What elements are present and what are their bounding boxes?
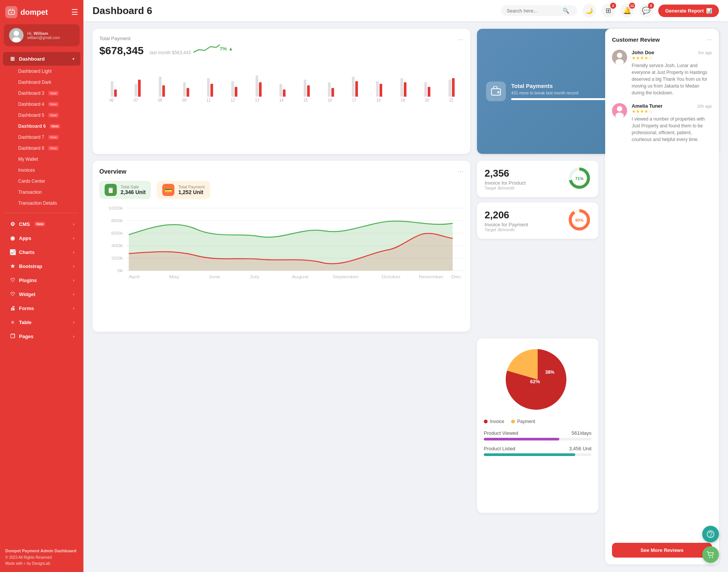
sidebar-item-dashboard-7[interactable]: Dashboard 7New xyxy=(3,132,80,143)
svg-text:May: May xyxy=(169,275,180,279)
topbar: Dashboard 6 🔍 🌙 ⊞ 2 🔔 12 💬 5 Generate Re… xyxy=(83,0,728,21)
sidebar-item-forms[interactable]: 🖨 Forms › xyxy=(3,301,80,315)
search-box[interactable]: 🔍 xyxy=(501,5,577,16)
total-payment-overview-value: 1,252 Unit xyxy=(178,189,205,195)
svg-text:90%: 90% xyxy=(575,218,584,223)
overview-title: Overview xyxy=(99,168,126,175)
red-bar xyxy=(428,87,430,97)
cms-icon: ⚙ xyxy=(9,221,16,227)
sidebar-item-dashboard-4[interactable]: Dashboard 4New xyxy=(3,99,80,110)
review-more-options[interactable]: ··· xyxy=(706,36,712,44)
trend-sparkline xyxy=(193,43,220,54)
search-input[interactable] xyxy=(507,8,560,14)
sidebar-item-transaction-details[interactable]: Transaction Details xyxy=(3,198,80,208)
customer-review-card: Customer Review ··· John Doe 5m ago ★★★★… xyxy=(605,29,719,564)
pie-chart-wrap: 62% 38% xyxy=(484,345,592,414)
bell-badge: 12 xyxy=(629,3,635,9)
sidebar-item-dashboard-3[interactable]: Dashboard 3New xyxy=(3,88,80,99)
bar-group xyxy=(352,77,358,97)
more-options-icon[interactable]: ··· xyxy=(458,36,463,44)
sidebar-item-cms[interactable]: ⚙ CMS New › xyxy=(3,217,80,231)
sidebar-item-widget[interactable]: ♡ Widget › xyxy=(3,287,80,301)
sidebar-item-pages[interactable]: ❐ Pages › xyxy=(3,329,80,343)
red-bar xyxy=(138,80,141,97)
sidebar-item-cards-center[interactable]: Cards Center xyxy=(3,176,80,186)
cart-float-button[interactable] xyxy=(702,546,719,563)
svg-text:June: June xyxy=(209,275,220,279)
sidebar-item-dashboard-6[interactable]: Dashboard 6New xyxy=(3,121,80,132)
bell-icon-btn[interactable]: 🔔 12 xyxy=(620,4,634,17)
invoice-payment-label: Invoice for Payment xyxy=(485,222,528,227)
area-chart: 1000k 800k 600k 400k 200k 0k April May J… xyxy=(99,204,463,280)
dashboard-label: Dashboard xyxy=(19,56,45,62)
bar-group xyxy=(231,81,237,97)
bar-label: 06 xyxy=(99,98,124,102)
see-more-reviews-button[interactable]: See More Reviews xyxy=(612,543,712,558)
bar-chart-icon: 📊 xyxy=(706,8,712,14)
red-bar xyxy=(235,87,237,97)
bar-chart-bars xyxy=(102,66,463,97)
dashboard-nav: ⊞ Dashboard ▾ Dashboard Light Dashboard … xyxy=(0,50,83,210)
sidebar-item-charts[interactable]: 📈 Charts › xyxy=(3,245,80,259)
svg-text:September: September xyxy=(333,275,359,279)
message-icon-btn[interactable]: 💬 5 xyxy=(639,4,653,17)
bar-label: 09 xyxy=(172,98,196,102)
donut-chart-payment: 90% xyxy=(568,208,591,233)
svg-point-14 xyxy=(617,53,622,58)
heart-icon: ♥ xyxy=(24,561,27,566)
sidebar-item-transaction[interactable]: Transaction xyxy=(3,187,80,197)
product-listed-bar xyxy=(484,453,575,456)
support-float-button[interactable] xyxy=(702,526,719,542)
sidebar-item-dashboard-light[interactable]: Dashboard Light xyxy=(3,66,80,77)
gray-bar xyxy=(231,81,234,97)
main-content: Dashboard 6 🔍 🌙 ⊞ 2 🔔 12 💬 5 Generate Re… xyxy=(83,0,728,572)
dark-mode-toggle[interactable]: 🌙 xyxy=(582,4,596,17)
reviewer-avatar-2 xyxy=(612,103,627,118)
chevron-right-icon: › xyxy=(73,236,74,240)
product-listed-value: 3,456 Unit xyxy=(569,446,592,451)
legend-invoice: Invoice xyxy=(484,419,504,424)
bar-label: 11 xyxy=(196,98,221,102)
new-badge: New xyxy=(50,124,61,129)
sidebar-item-dashboard-8[interactable]: Dashboard 8New xyxy=(3,143,80,154)
chevron-right-icon: › xyxy=(73,222,74,226)
generate-report-button[interactable]: Generate Report 📊 xyxy=(658,5,719,17)
red-bar xyxy=(452,78,455,97)
invoice-product-label: Invoice for Product xyxy=(485,180,526,186)
table-icon: ≡ xyxy=(9,319,16,326)
dashboard-icon: ⊞ xyxy=(9,55,16,62)
sidebar-item-apps[interactable]: ◉ Apps › xyxy=(3,231,80,245)
sidebar-item-bootstrap[interactable]: ★ Bootstrap › xyxy=(3,259,80,273)
footer-made: Made with ♥ by DexignLab xyxy=(5,561,78,567)
sidebar-item-plugins[interactable]: ♡ Plugins › xyxy=(3,273,80,287)
user-info: Hi, William william@gmail.com xyxy=(27,31,60,40)
sidebar-item-table[interactable]: ≡ Table › xyxy=(3,315,80,329)
red-bar xyxy=(380,84,382,97)
red-bar xyxy=(114,89,117,97)
total-sale-value: 2,346 Unit xyxy=(121,189,146,195)
total-payment-value: $678,345 xyxy=(99,45,144,57)
gray-bar xyxy=(183,82,186,97)
new-badge: New xyxy=(48,102,59,107)
sidebar-item-dashboard-dark[interactable]: Dashboard Dark xyxy=(3,77,80,88)
trend-pct: 7% ▲ xyxy=(220,46,234,52)
overview-more-options[interactable]: ··· xyxy=(458,168,463,176)
bar-label: 15 xyxy=(293,98,318,102)
bar-group xyxy=(111,81,117,97)
review-text-2: I viewed a number of properties with Jus… xyxy=(632,116,712,143)
charts-icon: 📈 xyxy=(9,249,16,255)
product-viewed-bar xyxy=(484,438,559,440)
red-bar xyxy=(355,81,358,97)
sidebar-item-my-wallet[interactable]: My Wallet xyxy=(3,154,80,165)
review-title: Customer Review xyxy=(612,36,660,43)
apps-icon-btn[interactable]: ⊞ 2 xyxy=(601,4,615,17)
dashboard-menu-item[interactable]: ⊞ Dashboard ▾ xyxy=(3,52,80,66)
hamburger-icon[interactable]: ☰ xyxy=(71,8,78,17)
svg-text:71%: 71% xyxy=(575,176,584,181)
invoice-cards-col: 2,356 Invoice for Product Target 3k/mont… xyxy=(477,161,598,332)
product-viewed-bar-wrap xyxy=(484,438,592,440)
chevron-right-icon: › xyxy=(73,320,74,324)
sidebar-item-invoices[interactable]: Invoices xyxy=(3,165,80,176)
product-viewed-value: 561/days xyxy=(571,430,592,436)
sidebar-item-dashboard-5[interactable]: Dashboard 5New xyxy=(3,110,80,121)
